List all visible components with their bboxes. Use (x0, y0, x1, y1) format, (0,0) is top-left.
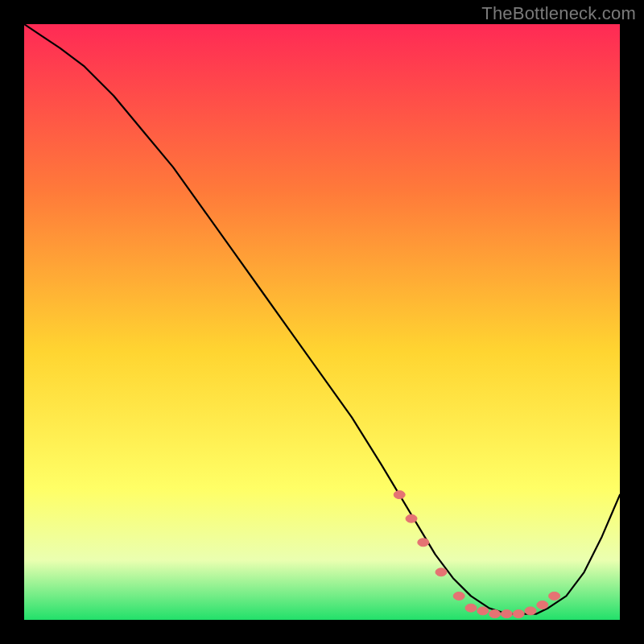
curve-marker (549, 592, 560, 600)
curve-marker (465, 604, 477, 612)
plot-area (24, 24, 620, 620)
bottleneck-chart (24, 24, 620, 620)
curve-marker (406, 514, 417, 522)
curve-marker (418, 539, 429, 547)
gradient-background (24, 24, 620, 620)
curve-marker (525, 607, 536, 615)
watermark-text: TheBottleneck.com (481, 3, 636, 24)
curve-marker (513, 610, 524, 618)
curve-marker (489, 610, 501, 618)
curve-marker (501, 610, 512, 618)
curve-marker (394, 491, 405, 499)
curve-marker (477, 607, 489, 615)
chart-frame: TheBottleneck.com (0, 0, 644, 644)
curve-marker (453, 592, 464, 600)
curve-marker (436, 568, 447, 576)
curve-marker (537, 601, 548, 609)
